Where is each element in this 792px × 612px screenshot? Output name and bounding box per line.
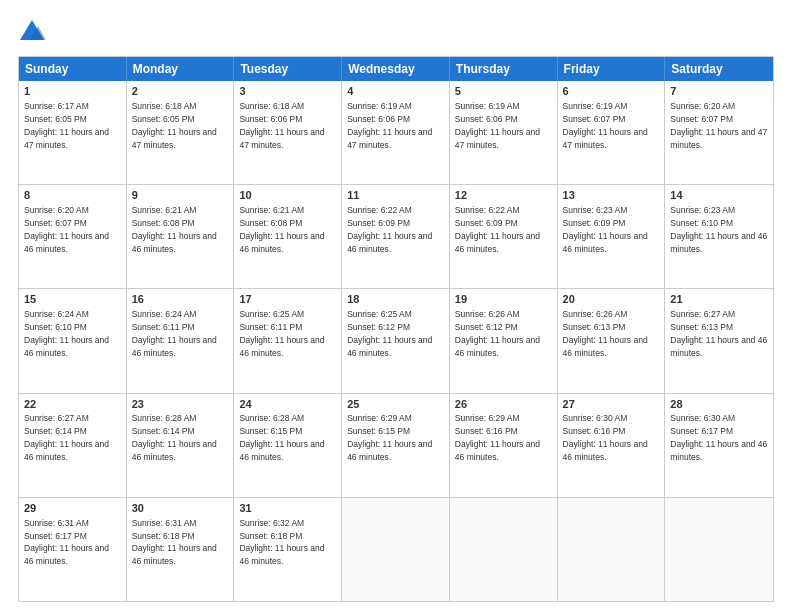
day-number: 16 xyxy=(132,292,229,307)
day-number: 28 xyxy=(670,397,768,412)
calendar-cell: 14 Sunrise: 6:23 AMSunset: 6:10 PMDaylig… xyxy=(665,185,773,288)
day-number: 13 xyxy=(563,188,660,203)
day-info: Sunrise: 6:28 AMSunset: 6:14 PMDaylight:… xyxy=(132,413,217,462)
calendar-cell: 12 Sunrise: 6:22 AMSunset: 6:09 PMDaylig… xyxy=(450,185,558,288)
day-info: Sunrise: 6:23 AMSunset: 6:10 PMDaylight:… xyxy=(670,205,767,254)
day-number: 6 xyxy=(563,84,660,99)
calendar-row: 29 Sunrise: 6:31 AMSunset: 6:17 PMDaylig… xyxy=(19,497,773,601)
day-info: Sunrise: 6:31 AMSunset: 6:17 PMDaylight:… xyxy=(24,518,109,567)
calendar-cell: 5 Sunrise: 6:19 AMSunset: 6:06 PMDayligh… xyxy=(450,81,558,184)
logo xyxy=(18,18,49,46)
day-info: Sunrise: 6:19 AMSunset: 6:06 PMDaylight:… xyxy=(347,101,432,150)
day-number: 4 xyxy=(347,84,444,99)
calendar-row: 22 Sunrise: 6:27 AMSunset: 6:14 PMDaylig… xyxy=(19,393,773,497)
page: SundayMondayTuesdayWednesdayThursdayFrid… xyxy=(0,0,792,612)
day-number: 26 xyxy=(455,397,552,412)
day-info: Sunrise: 6:22 AMSunset: 6:09 PMDaylight:… xyxy=(347,205,432,254)
day-info: Sunrise: 6:28 AMSunset: 6:15 PMDaylight:… xyxy=(239,413,324,462)
day-number: 7 xyxy=(670,84,768,99)
logo-icon xyxy=(18,18,46,46)
day-number: 10 xyxy=(239,188,336,203)
day-number: 31 xyxy=(239,501,336,516)
calendar-cell xyxy=(342,498,450,601)
calendar-cell: 6 Sunrise: 6:19 AMSunset: 6:07 PMDayligh… xyxy=(558,81,666,184)
calendar-cell: 7 Sunrise: 6:20 AMSunset: 6:07 PMDayligh… xyxy=(665,81,773,184)
day-number: 3 xyxy=(239,84,336,99)
day-info: Sunrise: 6:29 AMSunset: 6:15 PMDaylight:… xyxy=(347,413,432,462)
calendar-cell: 17 Sunrise: 6:25 AMSunset: 6:11 PMDaylig… xyxy=(234,289,342,392)
day-info: Sunrise: 6:30 AMSunset: 6:16 PMDaylight:… xyxy=(563,413,648,462)
day-info: Sunrise: 6:22 AMSunset: 6:09 PMDaylight:… xyxy=(455,205,540,254)
calendar-cell: 29 Sunrise: 6:31 AMSunset: 6:17 PMDaylig… xyxy=(19,498,127,601)
day-number: 11 xyxy=(347,188,444,203)
calendar-cell: 11 Sunrise: 6:22 AMSunset: 6:09 PMDaylig… xyxy=(342,185,450,288)
day-number: 5 xyxy=(455,84,552,99)
day-info: Sunrise: 6:24 AMSunset: 6:11 PMDaylight:… xyxy=(132,309,217,358)
calendar-row: 15 Sunrise: 6:24 AMSunset: 6:10 PMDaylig… xyxy=(19,288,773,392)
weekday-header: Friday xyxy=(558,57,666,81)
day-info: Sunrise: 6:27 AMSunset: 6:13 PMDaylight:… xyxy=(670,309,767,358)
calendar-cell: 19 Sunrise: 6:26 AMSunset: 6:12 PMDaylig… xyxy=(450,289,558,392)
calendar-cell xyxy=(665,498,773,601)
day-number: 30 xyxy=(132,501,229,516)
day-info: Sunrise: 6:23 AMSunset: 6:09 PMDaylight:… xyxy=(563,205,648,254)
day-info: Sunrise: 6:18 AMSunset: 6:05 PMDaylight:… xyxy=(132,101,217,150)
calendar-row: 8 Sunrise: 6:20 AMSunset: 6:07 PMDayligh… xyxy=(19,184,773,288)
weekday-header: Monday xyxy=(127,57,235,81)
calendar: SundayMondayTuesdayWednesdayThursdayFrid… xyxy=(18,56,774,602)
weekday-header: Wednesday xyxy=(342,57,450,81)
calendar-cell: 8 Sunrise: 6:20 AMSunset: 6:07 PMDayligh… xyxy=(19,185,127,288)
day-number: 14 xyxy=(670,188,768,203)
day-number: 24 xyxy=(239,397,336,412)
day-info: Sunrise: 6:25 AMSunset: 6:11 PMDaylight:… xyxy=(239,309,324,358)
calendar-cell: 9 Sunrise: 6:21 AMSunset: 6:08 PMDayligh… xyxy=(127,185,235,288)
day-number: 21 xyxy=(670,292,768,307)
calendar-cell: 21 Sunrise: 6:27 AMSunset: 6:13 PMDaylig… xyxy=(665,289,773,392)
day-info: Sunrise: 6:21 AMSunset: 6:08 PMDaylight:… xyxy=(239,205,324,254)
calendar-cell: 24 Sunrise: 6:28 AMSunset: 6:15 PMDaylig… xyxy=(234,394,342,497)
calendar-cell: 27 Sunrise: 6:30 AMSunset: 6:16 PMDaylig… xyxy=(558,394,666,497)
day-info: Sunrise: 6:17 AMSunset: 6:05 PMDaylight:… xyxy=(24,101,109,150)
day-info: Sunrise: 6:30 AMSunset: 6:17 PMDaylight:… xyxy=(670,413,767,462)
calendar-cell: 22 Sunrise: 6:27 AMSunset: 6:14 PMDaylig… xyxy=(19,394,127,497)
day-number: 22 xyxy=(24,397,121,412)
day-number: 19 xyxy=(455,292,552,307)
day-number: 23 xyxy=(132,397,229,412)
day-number: 29 xyxy=(24,501,121,516)
calendar-cell: 28 Sunrise: 6:30 AMSunset: 6:17 PMDaylig… xyxy=(665,394,773,497)
day-number: 17 xyxy=(239,292,336,307)
calendar-cell: 31 Sunrise: 6:32 AMSunset: 6:18 PMDaylig… xyxy=(234,498,342,601)
weekday-header: Thursday xyxy=(450,57,558,81)
calendar-cell: 15 Sunrise: 6:24 AMSunset: 6:10 PMDaylig… xyxy=(19,289,127,392)
calendar-cell: 10 Sunrise: 6:21 AMSunset: 6:08 PMDaylig… xyxy=(234,185,342,288)
day-info: Sunrise: 6:25 AMSunset: 6:12 PMDaylight:… xyxy=(347,309,432,358)
calendar-cell: 26 Sunrise: 6:29 AMSunset: 6:16 PMDaylig… xyxy=(450,394,558,497)
calendar-cell: 20 Sunrise: 6:26 AMSunset: 6:13 PMDaylig… xyxy=(558,289,666,392)
day-info: Sunrise: 6:29 AMSunset: 6:16 PMDaylight:… xyxy=(455,413,540,462)
day-number: 15 xyxy=(24,292,121,307)
calendar-cell: 23 Sunrise: 6:28 AMSunset: 6:14 PMDaylig… xyxy=(127,394,235,497)
day-info: Sunrise: 6:32 AMSunset: 6:18 PMDaylight:… xyxy=(239,518,324,567)
day-info: Sunrise: 6:20 AMSunset: 6:07 PMDaylight:… xyxy=(670,101,767,150)
day-info: Sunrise: 6:21 AMSunset: 6:08 PMDaylight:… xyxy=(132,205,217,254)
day-info: Sunrise: 6:26 AMSunset: 6:12 PMDaylight:… xyxy=(455,309,540,358)
day-info: Sunrise: 6:19 AMSunset: 6:06 PMDaylight:… xyxy=(455,101,540,150)
day-info: Sunrise: 6:18 AMSunset: 6:06 PMDaylight:… xyxy=(239,101,324,150)
calendar-cell: 30 Sunrise: 6:31 AMSunset: 6:18 PMDaylig… xyxy=(127,498,235,601)
day-number: 12 xyxy=(455,188,552,203)
day-info: Sunrise: 6:26 AMSunset: 6:13 PMDaylight:… xyxy=(563,309,648,358)
day-info: Sunrise: 6:31 AMSunset: 6:18 PMDaylight:… xyxy=(132,518,217,567)
day-number: 27 xyxy=(563,397,660,412)
calendar-cell: 1 Sunrise: 6:17 AMSunset: 6:05 PMDayligh… xyxy=(19,81,127,184)
calendar-cell: 4 Sunrise: 6:19 AMSunset: 6:06 PMDayligh… xyxy=(342,81,450,184)
day-number: 8 xyxy=(24,188,121,203)
calendar-body: 1 Sunrise: 6:17 AMSunset: 6:05 PMDayligh… xyxy=(19,81,773,601)
weekday-header: Tuesday xyxy=(234,57,342,81)
day-number: 1 xyxy=(24,84,121,99)
calendar-cell xyxy=(450,498,558,601)
calendar-cell: 25 Sunrise: 6:29 AMSunset: 6:15 PMDaylig… xyxy=(342,394,450,497)
day-info: Sunrise: 6:24 AMSunset: 6:10 PMDaylight:… xyxy=(24,309,109,358)
calendar-row: 1 Sunrise: 6:17 AMSunset: 6:05 PMDayligh… xyxy=(19,81,773,184)
calendar-cell: 13 Sunrise: 6:23 AMSunset: 6:09 PMDaylig… xyxy=(558,185,666,288)
day-number: 2 xyxy=(132,84,229,99)
